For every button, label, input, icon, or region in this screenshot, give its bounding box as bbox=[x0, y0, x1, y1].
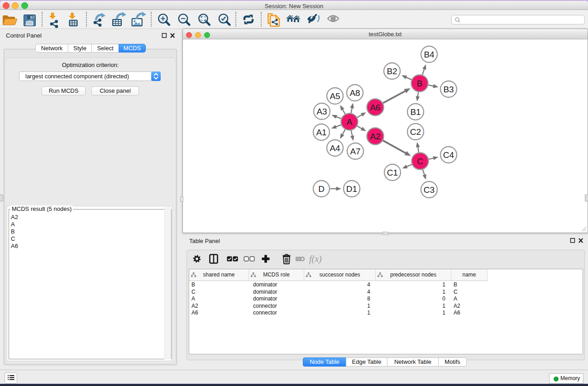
svg-text:D: D bbox=[318, 184, 325, 194]
svg-text:A1: A1 bbox=[316, 128, 326, 137]
svg-text:A: A bbox=[347, 117, 353, 127]
svg-text:f(x): f(x) bbox=[309, 254, 322, 264]
svg-text:C1: C1 bbox=[387, 168, 398, 177]
svg-text:A3: A3 bbox=[316, 107, 327, 116]
svg-text:A7: A7 bbox=[350, 147, 360, 156]
svg-text:A2: A2 bbox=[370, 132, 380, 141]
svg-text:B3: B3 bbox=[443, 85, 454, 94]
svg-text:A6: A6 bbox=[370, 103, 380, 112]
svg-text:D1: D1 bbox=[346, 184, 357, 194]
svg-text:B2: B2 bbox=[387, 67, 397, 76]
svg-text:A4: A4 bbox=[330, 143, 340, 153]
svg-text:A8: A8 bbox=[349, 88, 360, 98]
svg-text:C2: C2 bbox=[410, 127, 421, 137]
svg-text:C3: C3 bbox=[424, 185, 435, 195]
svg-text:A5: A5 bbox=[330, 91, 340, 101]
svg-text:B: B bbox=[417, 79, 423, 88]
svg-text:B4: B4 bbox=[424, 50, 435, 59]
svg-text:B1: B1 bbox=[410, 107, 421, 117]
svg-text:C4: C4 bbox=[443, 150, 454, 160]
svg-text:C: C bbox=[417, 157, 423, 166]
